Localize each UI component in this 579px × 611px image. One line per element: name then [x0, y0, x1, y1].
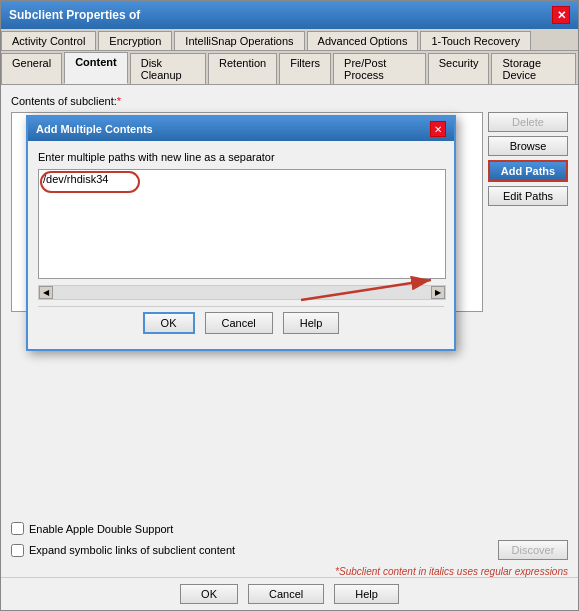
tab-retention[interactable]: Retention	[208, 53, 277, 84]
browse-button[interactable]: Browse	[488, 136, 568, 156]
dialog-title: Add Multiple Contents	[36, 123, 153, 135]
tab-encryption[interactable]: Encryption	[98, 31, 172, 50]
tab-1touch-recovery[interactable]: 1-Touch Recovery	[420, 31, 531, 50]
dialog-body: Enter multiple paths with new line as a …	[28, 141, 454, 349]
title-bar: Subclient Properties of ✕	[1, 1, 578, 29]
add-multiple-contents-dialog: Add Multiple Contents ✕ Enter multiple p…	[26, 115, 456, 351]
dialog-instruction: Enter multiple paths with new line as a …	[38, 151, 444, 163]
dialog-title-bar: Add Multiple Contents ✕	[28, 117, 454, 141]
tab-general[interactable]: General	[1, 53, 62, 84]
tab-intellisnap[interactable]: IntelliSnap Operations	[174, 31, 304, 50]
content-area: Contents of subclient:* Delete Browse Ad…	[1, 85, 578, 514]
tabs-row1: Activity Control Encryption IntelliSnap …	[1, 29, 578, 51]
main-window: Subclient Properties of ✕ Activity Contr…	[0, 0, 579, 611]
paths-textarea[interactable]: /dev/rhdisk34	[38, 169, 446, 279]
main-footer: OK Cancel Help	[1, 577, 578, 610]
scroll-right-button[interactable]: ▶	[431, 286, 445, 299]
main-help-button[interactable]: Help	[334, 584, 399, 604]
textarea-container: /dev/rhdisk34	[38, 169, 444, 281]
footer-note: *Subclient content in italics uses regul…	[1, 566, 578, 577]
symbolic-links-row: Expand symbolic links of subclient conte…	[11, 540, 568, 560]
edit-paths-button[interactable]: Edit Paths	[488, 186, 568, 206]
tab-filters[interactable]: Filters	[279, 53, 331, 84]
bottom-section: Enable Apple Double Support Expand symbo…	[1, 514, 578, 568]
right-buttons-panel: Delete Browse Add Paths Edit Paths	[488, 112, 568, 504]
scroll-track	[53, 286, 431, 299]
symbolic-links-label: Expand symbolic links of subclient conte…	[29, 544, 235, 556]
delete-button[interactable]: Delete	[488, 112, 568, 132]
symbolic-links-checkbox[interactable]	[11, 544, 24, 557]
apple-double-row: Enable Apple Double Support	[11, 522, 568, 535]
dialog-cancel-button[interactable]: Cancel	[205, 312, 273, 334]
tab-storage-device[interactable]: Storage Device	[491, 53, 576, 84]
dialog-ok-button[interactable]: OK	[143, 312, 195, 334]
tab-disk-cleanup[interactable]: Disk Cleanup	[130, 53, 206, 84]
tab-pre-post[interactable]: Pre/Post Process	[333, 53, 426, 84]
dialog-help-button[interactable]: Help	[283, 312, 340, 334]
apple-double-checkbox[interactable]	[11, 522, 24, 535]
tab-activity-control[interactable]: Activity Control	[1, 31, 96, 50]
tab-content[interactable]: Content	[64, 52, 128, 84]
apple-double-label: Enable Apple Double Support	[29, 523, 173, 535]
tab-security[interactable]: Security	[428, 53, 490, 84]
main-cancel-button[interactable]: Cancel	[248, 584, 324, 604]
contents-label: Contents of subclient:*	[11, 95, 568, 107]
discover-button[interactable]: Discover	[498, 540, 568, 560]
horizontal-scrollbar[interactable]: ◀ ▶	[38, 285, 446, 300]
dialog-footer: OK Cancel Help	[38, 306, 444, 339]
window-title: Subclient Properties of	[9, 8, 140, 22]
scroll-left-button[interactable]: ◀	[39, 286, 53, 299]
window-close-button[interactable]: ✕	[552, 6, 570, 24]
tab-advanced-options[interactable]: Advanced Options	[307, 31, 419, 50]
main-ok-button[interactable]: OK	[180, 584, 238, 604]
dialog-close-button[interactable]: ✕	[430, 121, 446, 137]
add-paths-button[interactable]: Add Paths	[488, 160, 568, 182]
tabs-row2: General Content Disk Cleanup Retention F…	[1, 51, 578, 85]
